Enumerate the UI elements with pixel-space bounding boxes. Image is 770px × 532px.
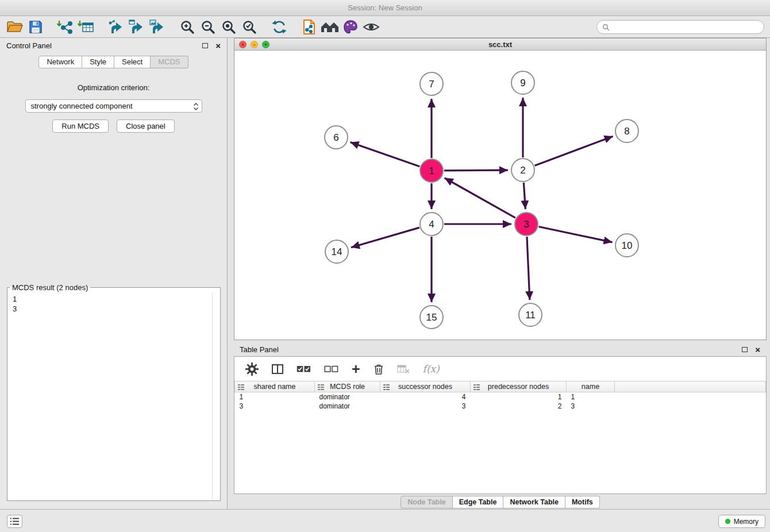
create-column-button[interactable]: + bbox=[352, 363, 360, 375]
save-session-button[interactable] bbox=[25, 18, 46, 36]
table-cell[interactable]: 1 bbox=[567, 392, 615, 402]
main-toolbar bbox=[0, 16, 770, 38]
result-scrollbar[interactable] bbox=[212, 292, 213, 500]
refresh-view-button[interactable] bbox=[269, 18, 290, 36]
run-mcds-button[interactable]: Run MCDS bbox=[52, 119, 109, 133]
svg-text:14: 14 bbox=[332, 246, 342, 257]
table-cell[interactable]: 3 bbox=[380, 402, 471, 411]
export-image-button[interactable] bbox=[147, 18, 168, 36]
delete-column-button[interactable] bbox=[374, 363, 384, 375]
table-row[interactable]: 1dominator411 bbox=[235, 392, 766, 402]
table-cell[interactable]: 4 bbox=[380, 392, 471, 402]
float-table-panel-icon[interactable] bbox=[742, 347, 748, 352]
table-cell[interactable]: 1 bbox=[235, 392, 315, 402]
tab-network[interactable]: Network bbox=[38, 56, 82, 68]
graph-edge-2-8[interactable] bbox=[535, 136, 613, 165]
apply-style-button[interactable] bbox=[340, 18, 361, 36]
table-cell[interactable]: dominator bbox=[315, 402, 380, 411]
first-neighbors-button[interactable] bbox=[319, 18, 340, 36]
column-header-shared-name[interactable]: shared name bbox=[235, 381, 315, 392]
zoom-fit-icon bbox=[221, 20, 236, 34]
table-row[interactable]: 3dominator323 bbox=[235, 402, 766, 411]
network-file-button[interactable] bbox=[299, 18, 319, 36]
column-header-filler bbox=[615, 381, 766, 392]
graph-edge-4-14[interactable] bbox=[351, 228, 419, 248]
graph-edge-1-2[interactable] bbox=[444, 170, 508, 171]
tab-network-table[interactable]: Network Table bbox=[503, 496, 565, 508]
graph-node-3[interactable]: 3 bbox=[515, 213, 538, 236]
show-columns-button[interactable] bbox=[272, 364, 283, 374]
search-input[interactable] bbox=[613, 23, 759, 31]
column-header-successor-nodes[interactable]: successor nodes bbox=[380, 381, 471, 392]
node-table: shared name MCDS role successor nodes bbox=[234, 381, 766, 411]
export-network-button[interactable] bbox=[106, 18, 126, 36]
tab-motifs[interactable]: Motifs bbox=[565, 496, 600, 508]
close-panel-button[interactable]: Close panel bbox=[117, 119, 175, 133]
zoom-window-button[interactable]: + bbox=[262, 41, 270, 48]
graph-node-11[interactable]: 11 bbox=[519, 303, 542, 326]
graph-node-15[interactable]: 15 bbox=[420, 306, 443, 329]
control-panel: Control Panel × Network Style Select MCD… bbox=[0, 38, 228, 509]
export-table-button[interactable] bbox=[126, 18, 147, 36]
export-image-icon bbox=[149, 20, 165, 34]
close-panel-icon[interactable]: × bbox=[215, 41, 221, 50]
optimization-select[interactable]: strongly connected component bbox=[25, 99, 202, 113]
table-cell[interactable]: 1 bbox=[471, 392, 567, 402]
import-table-button[interactable] bbox=[76, 18, 97, 36]
table-cell[interactable]: dominator bbox=[315, 392, 380, 402]
columns-icon bbox=[272, 364, 283, 374]
memory-button[interactable]: Memory bbox=[718, 515, 765, 528]
import-network-button[interactable] bbox=[55, 18, 76, 36]
graph-edge-2-3[interactable] bbox=[523, 183, 525, 209]
graph-node-1[interactable]: 1 bbox=[420, 159, 443, 182]
tab-style[interactable]: Style bbox=[82, 56, 114, 68]
graph-node-6[interactable]: 6 bbox=[325, 126, 348, 149]
graph-node-14[interactable]: 14 bbox=[325, 240, 348, 263]
graph-node-2[interactable]: 2 bbox=[511, 159, 534, 182]
graph-edge-3-11[interactable] bbox=[527, 237, 530, 300]
column-header-mcds-role[interactable]: MCDS role bbox=[315, 381, 380, 392]
optimization-criterion-label: Optimization criterion: bbox=[0, 83, 227, 92]
tab-node-table[interactable]: Node Table bbox=[401, 496, 452, 508]
task-history-button[interactable] bbox=[7, 515, 22, 528]
float-panel-icon[interactable] bbox=[202, 43, 208, 48]
column-header-name[interactable]: name bbox=[567, 381, 615, 392]
network-canvas[interactable]: 7968124314101511 bbox=[234, 51, 766, 340]
close-table-panel-icon[interactable]: × bbox=[755, 345, 760, 354]
tab-mcds[interactable]: MCDS bbox=[151, 56, 188, 68]
table-settings-button[interactable] bbox=[245, 363, 259, 376]
table-cell[interactable]: 3 bbox=[235, 402, 315, 411]
houses-icon bbox=[321, 20, 339, 34]
import-table-icon bbox=[78, 20, 95, 34]
zoom-selected-icon bbox=[242, 20, 257, 34]
close-window-button[interactable]: × bbox=[239, 41, 247, 48]
zoom-selected-button[interactable] bbox=[239, 18, 260, 36]
graph-edge-1-6[interactable] bbox=[351, 142, 420, 167]
network-window: × − + scc.txt 7968124314101511 bbox=[234, 38, 767, 340]
svg-text:15: 15 bbox=[426, 312, 437, 323]
table-cell[interactable]: 3 bbox=[567, 402, 615, 411]
table-cell[interactable]: 2 bbox=[471, 402, 567, 411]
zoom-out-button[interactable] bbox=[198, 18, 218, 36]
column-header-predecessor-nodes[interactable]: predecessor nodes bbox=[471, 381, 567, 392]
delete-table-button[interactable] bbox=[397, 365, 410, 373]
graph-edge-3-1[interactable] bbox=[445, 178, 515, 218]
graph-node-4[interactable]: 4 bbox=[420, 213, 443, 236]
zoom-in-button[interactable] bbox=[177, 18, 198, 36]
graph-node-7[interactable]: 7 bbox=[420, 72, 443, 95]
select-stepper-icon bbox=[192, 102, 200, 113]
tab-edge-table[interactable]: Edge Table bbox=[453, 496, 504, 508]
minimize-window-button[interactable]: − bbox=[251, 41, 258, 48]
graph-node-9[interactable]: 9 bbox=[511, 71, 534, 94]
graph-node-8[interactable]: 8 bbox=[615, 119, 638, 142]
table-panel-title: Table Panel bbox=[240, 345, 279, 354]
open-session-button[interactable] bbox=[5, 18, 25, 36]
graph-edge-3-10[interactable] bbox=[539, 227, 613, 242]
unselect-all-columns-button[interactable] bbox=[324, 365, 338, 373]
graph-node-10[interactable]: 10 bbox=[615, 234, 638, 257]
show-graphics-details-button[interactable] bbox=[361, 18, 382, 36]
function-builder-button[interactable]: f(x) bbox=[423, 363, 440, 375]
tab-select[interactable]: Select bbox=[114, 56, 151, 68]
zoom-fit-button[interactable] bbox=[218, 18, 239, 36]
select-all-columns-button[interactable] bbox=[297, 365, 311, 373]
